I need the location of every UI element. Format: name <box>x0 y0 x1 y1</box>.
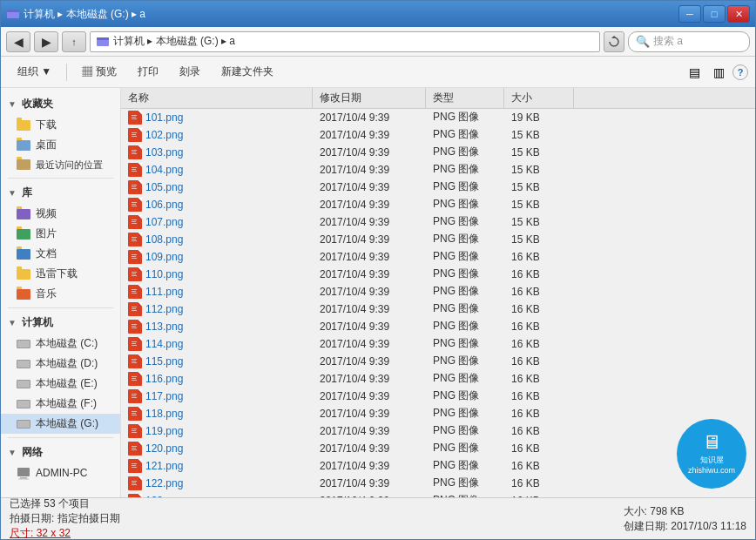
file-name[interactable]: 115.png <box>145 355 183 368</box>
table-row[interactable]: 104.png 2017/10/4 9:39 PNG 图像 15 KB <box>121 161 755 179</box>
svg-marker-135 <box>138 477 140 479</box>
up-button[interactable]: ↑ <box>62 31 86 52</box>
sidebar-item-desktop[interactable]: 桌面 <box>1 135 120 155</box>
network-collapse[interactable]: ▼ <box>8 448 17 457</box>
file-name[interactable]: 113.png <box>145 321 183 333</box>
svg-rect-23 <box>132 150 137 151</box>
table-row[interactable]: 123.png 2017/10/4 9:39 PNG 图像 16 KB <box>121 492 755 497</box>
sidebar-item-video[interactable]: 视频 <box>1 204 120 224</box>
favorites-header[interactable]: ▼ 收藏夹 <box>1 93 120 115</box>
network-header[interactable]: ▼ 网络 <box>1 442 120 463</box>
svg-rect-77 <box>132 307 137 307</box>
col-header-type[interactable]: 类型 <box>426 88 504 108</box>
svg-rect-142 <box>138 496 140 498</box>
close-button[interactable]: ✕ <box>727 5 750 23</box>
computer-header[interactable]: ▼ 计算机 <box>1 312 120 334</box>
table-row[interactable]: 109.png 2017/10/4 9:39 PNG 图像 16 KB <box>121 248 755 266</box>
preview-button[interactable]: ▦ 预览 <box>72 61 125 84</box>
view-change-button[interactable]: ▤ <box>684 62 705 83</box>
file-name[interactable]: 114.png <box>145 338 183 350</box>
file-name[interactable]: 118.png <box>145 408 183 420</box>
table-row[interactable]: 102.png 2017/10/4 9:39 PNG 图像 15 KB <box>121 126 755 144</box>
sidebar-item-music[interactable]: 音乐 <box>1 284 120 304</box>
sidebar-item-recent[interactable]: 最近访问的位置 <box>1 155 120 174</box>
table-row[interactable]: 122.png 2017/10/4 9:39 PNG 图像 16 KB <box>121 475 755 492</box>
file-name[interactable]: 106.png <box>145 199 183 211</box>
sidebar-item-c[interactable]: 本地磁盘 (C:) <box>1 334 120 354</box>
file-name[interactable]: 121.png <box>145 460 183 472</box>
dimension-label[interactable]: 尺寸: 32 x 32 <box>10 527 71 539</box>
record-button[interactable]: 刻录 <box>170 61 210 84</box>
refresh-button[interactable] <box>604 31 624 52</box>
file-size: 15 KB <box>504 164 574 176</box>
address-path[interactable]: 计算机 ▸ 本地磁盘 (G:) ▸ a <box>90 31 600 52</box>
table-row[interactable]: 111.png 2017/10/4 9:39 PNG 图像 16 KB <box>121 283 755 300</box>
col-header-name[interactable]: 名称 <box>121 88 313 108</box>
file-name[interactable]: 110.png <box>145 268 183 280</box>
table-row[interactable]: 113.png 2017/10/4 9:39 PNG 图像 16 KB <box>121 318 755 335</box>
sidebar-item-admin-pc[interactable]: ADMIN-PC <box>1 463 120 483</box>
table-row[interactable]: 112.png 2017/10/4 9:39 PNG 图像 16 KB <box>121 300 755 318</box>
file-name[interactable]: 109.png <box>145 251 183 263</box>
view-details-button[interactable]: ▥ <box>708 62 729 83</box>
table-row[interactable]: 117.png 2017/10/4 9:39 PNG 图像 16 KB <box>121 388 755 405</box>
file-name[interactable]: 104.png <box>145 164 183 176</box>
back-button[interactable]: ◀ <box>6 31 30 52</box>
library-collapse[interactable]: ▼ <box>8 188 17 198</box>
table-row[interactable]: 114.png 2017/10/4 9:39 PNG 图像 16 KB <box>121 335 755 353</box>
sidebar-item-f-label: 本地磁盘 (F:) <box>36 396 97 411</box>
file-name[interactable]: 105.png <box>145 181 183 193</box>
table-row[interactable]: 116.png 2017/10/4 9:39 PNG 图像 16 KB <box>121 370 755 388</box>
file-name[interactable]: 122.png <box>145 477 183 489</box>
table-row[interactable]: 115.png 2017/10/4 9:39 PNG 图像 16 KB <box>121 353 755 370</box>
file-size: 15 KB <box>504 146 574 159</box>
table-row[interactable]: 110.png 2017/10/4 9:39 PNG 图像 16 KB <box>121 266 755 283</box>
sidebar-item-e[interactable]: 本地磁盘 (E:) <box>1 374 120 394</box>
file-name[interactable]: 116.png <box>145 373 183 385</box>
table-row[interactable]: 107.png 2017/10/4 9:39 PNG 图像 15 KB <box>121 213 755 231</box>
file-name[interactable]: 107.png <box>145 216 183 228</box>
table-row[interactable]: 106.png 2017/10/4 9:39 PNG 图像 15 KB <box>121 196 755 213</box>
file-name[interactable]: 111.png <box>145 286 183 298</box>
favorites-collapse[interactable]: ▼ <box>8 99 17 109</box>
file-size: 15 KB <box>504 199 574 211</box>
minimize-button[interactable]: ─ <box>678 5 701 23</box>
file-rows[interactable]: 101.png 2017/10/4 9:39 PNG 图像 19 KB 102.… <box>121 109 755 497</box>
file-name[interactable]: 112.png <box>145 303 183 315</box>
sidebar-item-picture[interactable]: 图片 <box>1 224 120 244</box>
table-row[interactable]: 120.png 2017/10/4 9:39 PNG 图像 16 KB <box>121 440 755 457</box>
file-name[interactable]: 102.png <box>145 129 183 141</box>
print-button[interactable]: 打印 <box>128 61 168 84</box>
table-row[interactable]: 103.png 2017/10/4 9:39 PNG 图像 15 KB <box>121 144 755 161</box>
sidebar-item-g[interactable]: 本地磁盘 (G:) <box>1 414 120 434</box>
maximize-button[interactable]: □ <box>703 5 726 23</box>
computer-collapse[interactable]: ▼ <box>8 318 17 327</box>
search-box[interactable]: 🔍 搜索 a <box>628 31 750 52</box>
help-button[interactable]: ? <box>732 64 748 80</box>
table-row[interactable]: 119.png 2017/10/4 9:39 PNG 图像 16 KB <box>121 422 755 440</box>
sidebar-item-d[interactable]: 本地磁盘 (D:) <box>1 354 120 374</box>
file-name[interactable]: 120.png <box>145 442 183 455</box>
file-name[interactable]: 103.png <box>145 146 183 159</box>
table-row[interactable]: 105.png 2017/10/4 9:39 PNG 图像 15 KB <box>121 179 755 196</box>
sidebar-item-doc[interactable]: 文档 <box>1 244 120 264</box>
table-row[interactable]: 108.png 2017/10/4 9:39 PNG 图像 15 KB <box>121 231 755 248</box>
file-name[interactable]: 117.png <box>145 390 183 402</box>
table-row[interactable]: 118.png 2017/10/4 9:39 PNG 图像 16 KB <box>121 405 755 422</box>
computer-section: ▼ 计算机 本地磁盘 (C:) 本地磁盘 (D:) 本地磁盘 (E:) <box>1 312 120 434</box>
sidebar-item-thunder[interactable]: 迅雷下载 <box>1 264 120 284</box>
file-name[interactable]: 108.png <box>145 233 183 246</box>
organize-button[interactable]: 组织 ▼ <box>8 61 61 84</box>
library-header[interactable]: ▼ 库 <box>1 182 120 204</box>
file-name[interactable]: 101.png <box>145 111 183 124</box>
col-header-date[interactable]: 修改日期 <box>313 88 426 108</box>
table-row[interactable]: 101.png 2017/10/4 9:39 PNG 图像 19 KB <box>121 109 755 126</box>
forward-button[interactable]: ▶ <box>34 31 58 52</box>
sidebar-item-download[interactable]: 下载 <box>1 115 120 135</box>
file-name[interactable]: 123.png <box>145 495 183 498</box>
col-header-size[interactable]: 大小 <box>504 88 574 108</box>
sidebar-item-f[interactable]: 本地磁盘 (F:) <box>1 394 120 414</box>
table-row[interactable]: 121.png 2017/10/4 9:39 PNG 图像 16 KB <box>121 457 755 475</box>
file-name[interactable]: 119.png <box>145 425 183 437</box>
new-folder-button[interactable]: 新建文件夹 <box>212 61 283 84</box>
